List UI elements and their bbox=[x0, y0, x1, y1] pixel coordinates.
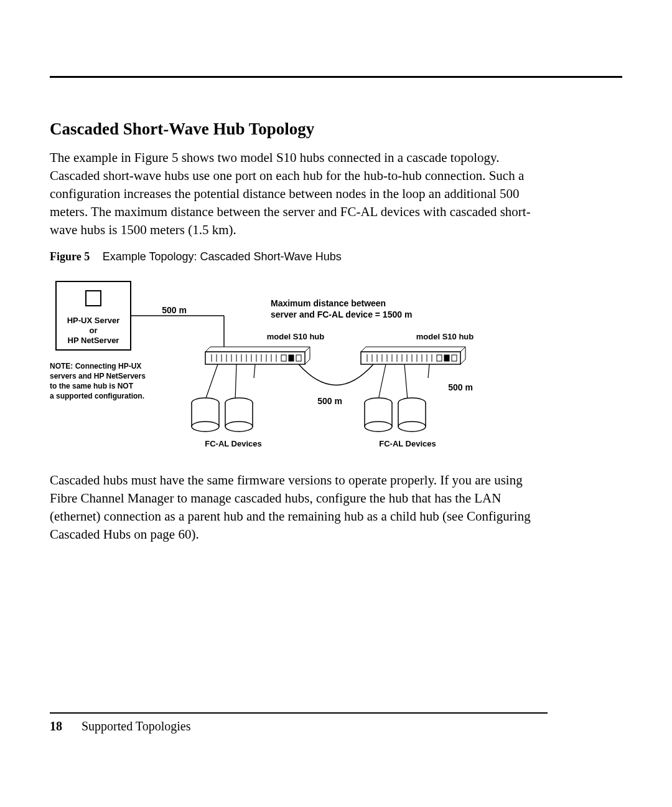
hub2-icon bbox=[361, 347, 465, 364]
link-hub2-dev1 bbox=[378, 364, 386, 400]
note-line-4: a supported configuration. bbox=[50, 392, 144, 400]
link-hub1-stub bbox=[254, 364, 255, 378]
distance-500m-a: 500 m bbox=[162, 305, 187, 315]
figure-caption: Figure 5 Example Topology: Cascaded Shor… bbox=[50, 250, 548, 263]
svg-rect-42 bbox=[444, 355, 449, 361]
svg-point-48 bbox=[192, 422, 219, 432]
link-hub1-dev1 bbox=[205, 364, 218, 400]
section-title: Cascaded Short-Wave Hub Topology bbox=[50, 120, 548, 139]
svg-point-58 bbox=[365, 422, 392, 432]
svg-rect-41 bbox=[437, 355, 442, 361]
hub1-icon bbox=[205, 347, 310, 364]
footer-section-name: Supported Topologies bbox=[82, 719, 190, 733]
hub2-label: model S10 hub bbox=[416, 332, 474, 341]
svg-rect-21 bbox=[296, 355, 301, 361]
link-hub1-dev2 bbox=[235, 364, 236, 400]
svg-rect-43 bbox=[452, 355, 457, 361]
max-distance-line-1: Maximum distance between bbox=[271, 298, 386, 308]
svg-rect-19 bbox=[281, 355, 286, 361]
note-line-3: to the same hub is NOT bbox=[50, 382, 134, 390]
paragraph-after-figure: Cascaded hubs must have the same firmwar… bbox=[50, 471, 548, 544]
top-rule bbox=[50, 76, 622, 78]
svg-point-53 bbox=[225, 422, 253, 432]
note-line-2: servers and HP NetServers bbox=[50, 372, 146, 380]
fcal-devices-1-label: FC-AL Devices bbox=[205, 439, 262, 448]
server-label-1: HP-UX Server bbox=[67, 316, 120, 325]
distance-500m-b: 500 m bbox=[317, 396, 342, 406]
paragraph-intro: The example in Figure 5 shows two model … bbox=[50, 149, 548, 239]
svg-marker-0 bbox=[205, 347, 310, 352]
distance-500m-c: 500 m bbox=[448, 382, 473, 392]
max-distance-line-2: server and FC-AL device = 1500 m bbox=[271, 309, 412, 319]
link-hub2-stub bbox=[428, 364, 429, 378]
page-number: 18 bbox=[50, 719, 62, 733]
server-label-3: HP NetServer bbox=[68, 336, 119, 345]
fcal-devices-2-label: FC-AL Devices bbox=[379, 439, 436, 448]
svg-marker-22 bbox=[361, 347, 465, 352]
page: Cascaded Short-Wave Hub Topology The exa… bbox=[0, 0, 672, 807]
figure-caption-text: Example Topology: Cascaded Short-Wave Hu… bbox=[103, 250, 342, 263]
server-port-icon bbox=[86, 291, 101, 306]
svg-line-3 bbox=[305, 359, 310, 364]
fcal-devices-2 bbox=[365, 398, 426, 432]
link-hub-hub bbox=[299, 364, 373, 385]
svg-rect-20 bbox=[289, 355, 294, 361]
svg-line-25 bbox=[460, 359, 465, 364]
server-label-2: or bbox=[90, 326, 98, 335]
page-footer: 18 Supported Topologies bbox=[50, 719, 190, 734]
figure-diagram: HP-UX Server or HP NetServer NOTE: Conne… bbox=[50, 272, 516, 459]
figure-label: Figure 5 bbox=[50, 250, 90, 263]
fcal-devices-1 bbox=[192, 398, 253, 432]
link-hub2-dev2 bbox=[404, 364, 408, 400]
footer-rule bbox=[50, 712, 548, 714]
note-line-1: NOTE: Connecting HP-UX bbox=[50, 362, 141, 370]
hub1-label: model S10 hub bbox=[267, 332, 325, 341]
svg-point-63 bbox=[398, 422, 426, 432]
